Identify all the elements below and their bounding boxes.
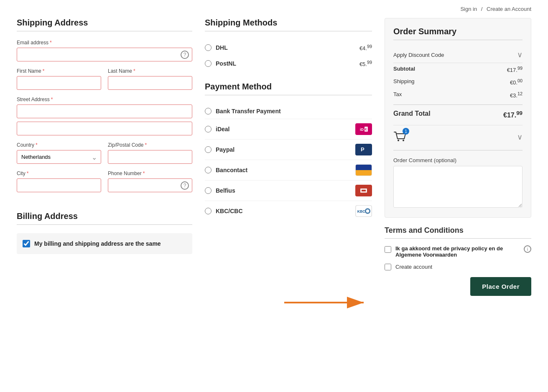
svg-text:KBC: KBC — [357, 209, 365, 213]
payment-row-paypal: Paypal P — [205, 140, 372, 160]
email-help-icon[interactable]: ? — [181, 51, 189, 59]
same-address-box: My billing and shipping address are the … — [17, 233, 192, 254]
privacy-policy-row: Ik ga akkoord met de privacy policy en d… — [385, 245, 531, 258]
shipping-row: Shipping €0.00 — [393, 76, 523, 88]
cart-chevron-icon: ∨ — [517, 132, 523, 142]
firstname-field[interactable] — [17, 76, 101, 90]
payment-row-belfius: Belfius — [205, 181, 372, 201]
grand-total-value: €17.99 — [503, 110, 523, 119]
paypal-icon: P — [355, 144, 372, 155]
order-summary-title: Order Summary — [393, 27, 523, 40]
billing-address-section: Billing Address My billing and shipping … — [17, 211, 192, 254]
discount-chevron-icon: ∨ — [517, 50, 523, 59]
tax-value: €3.12 — [510, 91, 523, 99]
phone-help-icon[interactable]: ? — [181, 181, 189, 190]
subtotal-row: Subtotal €17.99 — [393, 63, 523, 76]
zip-label: Zip/Postal Code* — [108, 142, 192, 148]
payment-radio-banktransfer[interactable] — [205, 108, 212, 115]
payment-row-bancontact: Bancontact — [205, 160, 372, 181]
discount-label: Apply Discount Code — [393, 52, 444, 58]
bancontact-icon — [355, 164, 372, 176]
subtotal-value: €17.99 — [507, 66, 523, 73]
svg-point-15 — [398, 140, 399, 141]
country-label: Country* — [17, 142, 101, 148]
lastname-label: Last Name* — [108, 68, 192, 74]
country-select[interactable]: Netherlands Belgium Germany France — [17, 150, 101, 164]
payment-methods-section: Payment Method Bank Transfer Payment iDe… — [205, 82, 372, 221]
terms-title: Terms and Conditions — [385, 226, 531, 239]
zip-field[interactable] — [108, 150, 192, 164]
payment-radio-paypal[interactable] — [205, 146, 212, 153]
cart-badge: 1 — [403, 128, 409, 135]
comment-label: Order Comment (optional) — [393, 157, 523, 163]
privacy-info-icon[interactable]: i — [524, 245, 531, 253]
email-label: Email address* — [17, 40, 192, 46]
comment-textarea[interactable] — [393, 166, 523, 208]
shipping-address-section: Shipping Address Email address* ? First … — [17, 18, 192, 199]
shipping-value: €0.00 — [510, 78, 523, 86]
payment-row-banktransfer: Bank Transfer Payment — [205, 104, 372, 119]
discount-code-row[interactable]: Apply Discount Code ∨ — [393, 47, 523, 63]
shipping-radio-dhl[interactable] — [205, 44, 212, 51]
city-label: City* — [17, 171, 101, 176]
svg-point-12 — [366, 209, 370, 213]
lastname-field[interactable] — [108, 76, 192, 90]
payment-radio-ideal[interactable] — [205, 126, 212, 132]
comment-section: Order Comment (optional) — [393, 157, 523, 209]
payment-radio-bancontact[interactable] — [205, 167, 212, 173]
signin-link[interactable]: Sign in — [460, 6, 477, 12]
payment-radio-belfius[interactable] — [205, 187, 212, 194]
grand-total-label: Grand Total — [393, 110, 431, 119]
tax-row: Tax €3.12 — [393, 89, 523, 101]
payment-row-kbc: KBC/CBC KBC — [205, 201, 372, 221]
privacy-checkbox[interactable] — [385, 246, 391, 253]
cart-icon-wrap[interactable]: 1 — [393, 130, 407, 143]
billing-address-title: Billing Address — [17, 211, 192, 225]
ideal-icon: iD € — [355, 123, 372, 135]
street-field-2[interactable] — [17, 122, 192, 135]
top-bar: Sign in / Create an Account — [0, 0, 548, 18]
svg-point-16 — [403, 140, 404, 141]
svg-rect-8 — [362, 190, 366, 191]
payment-row-ideal: iDeal iD € — [205, 119, 372, 140]
shipping-label: Shipping — [393, 78, 415, 86]
street-label: Street Address* — [17, 97, 192, 102]
same-address-checkbox[interactable] — [23, 240, 30, 247]
kbc-icon: KBC — [355, 205, 372, 217]
belfius-icon — [355, 185, 372, 196]
payment-radio-kbc[interactable] — [205, 208, 212, 214]
place-order-row: Place Order — [385, 277, 531, 296]
grand-total-row: Grand Total €17.99 — [393, 104, 523, 122]
shipping-methods-title: Shipping Methods — [205, 18, 372, 31]
svg-text:P: P — [361, 146, 364, 153]
shipping-method-postnl: PostNL €5.99 — [205, 56, 372, 71]
terms-section: Terms and Conditions Ik ga akkoord met d… — [385, 226, 531, 296]
street-field-1[interactable] — [17, 104, 192, 118]
arrow-icon — [280, 288, 372, 313]
payment-methods-title: Payment Method — [205, 82, 372, 95]
create-account-label: Create account — [395, 264, 432, 270]
firstname-label: First Name* — [17, 68, 101, 74]
create-account-row: Create account — [385, 263, 531, 270]
arrow-area — [205, 288, 372, 321]
tax-label: Tax — [393, 91, 402, 99]
city-field[interactable] — [17, 178, 101, 192]
create-account-checkbox[interactable] — [385, 264, 391, 270]
privacy-label: Ik ga akkoord met de privacy policy en d… — [395, 245, 522, 258]
svg-text:iD: iD — [360, 127, 364, 132]
shipping-radio-postnl[interactable] — [205, 60, 212, 67]
svg-text:€: € — [365, 127, 367, 131]
shipping-address-title: Shipping Address — [17, 18, 192, 31]
create-account-link[interactable]: Create an Account — [487, 6, 531, 12]
shipping-method-dhl: DHL €4.99 — [205, 40, 372, 56]
divider — [393, 150, 523, 150]
subtotal-label: Subtotal — [393, 66, 415, 73]
phone-field[interactable] — [108, 178, 192, 192]
order-summary-box: Order Summary Apply Discount Code ∨ Subt… — [385, 18, 531, 218]
separator: / — [481, 6, 483, 12]
place-order-button[interactable]: Place Order — [470, 277, 531, 296]
shipping-methods-section: Shipping Methods DHL €4.99 PostNL €5.99 — [205, 18, 372, 72]
cart-row: 1 ∨ — [393, 125, 523, 143]
email-field[interactable] — [17, 48, 192, 61]
same-address-label: My billing and shipping address are the … — [34, 240, 161, 247]
